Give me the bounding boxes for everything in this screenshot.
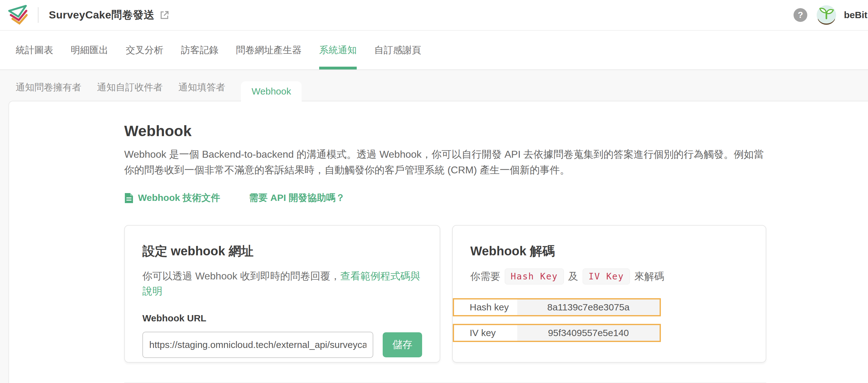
decode-card-heading: Webhook 解碼 <box>470 243 766 260</box>
save-button[interactable]: 儲存 <box>383 332 422 357</box>
topbar-divider <box>38 7 38 23</box>
nav-item-system-notify[interactable]: 系統通知 <box>319 31 357 69</box>
nav-item-stats[interactable]: 統計圖表 <box>16 31 53 69</box>
hash-key-value: 8a1139c7e8e3075a <box>517 299 660 315</box>
subtab-webhook[interactable]: Webhook <box>241 82 302 101</box>
topbar: SurveyCake問卷發送 ? beBit <box>0 0 868 31</box>
document-icon <box>124 192 134 204</box>
iv-key-chip: IV Key <box>583 268 630 284</box>
cards-row: 設定 webhook 網址 你可以透過 Webhook 收到即時的問卷回覆，查看… <box>124 225 868 363</box>
subtab-notify-respondent[interactable]: 通知填答者 <box>178 81 225 101</box>
surveycake-logo-icon[interactable] <box>7 3 28 27</box>
hash-key-chip: Hash Key <box>505 268 564 284</box>
external-link-icon[interactable] <box>160 10 169 20</box>
links-row: Webhook 技術文件 需要 API 開發協助嗎？ <box>124 191 868 204</box>
api-help-link-label: 需要 API 開發協助嗎？ <box>249 191 345 204</box>
iv-key-row: IV key 95f3409557e5e140 <box>453 324 661 342</box>
hash-key-row: Hash key 8a1139c7e8e3075a <box>453 298 661 316</box>
api-help-link[interactable]: 需要 API 開發協助嗎？ <box>249 191 345 204</box>
webhook-doc-link[interactable]: Webhook 技術文件 <box>124 191 220 204</box>
url-card-description: 你可以透過 Webhook 收到即時的問卷回覆，查看範例程式碼與說明 <box>143 268 422 298</box>
subtab-notify-custom-recipient[interactable]: 通知自訂收件者 <box>97 81 163 101</box>
url-input-row: 儲存 <box>143 332 422 358</box>
webhook-panel: Webhook Webhook 是一個 Backend-to-backend 的… <box>8 101 868 383</box>
nav-item-export[interactable]: 明細匯出 <box>71 31 108 69</box>
url-card-description-text: 你可以透過 Webhook 收到即時的問卷回覆， <box>143 270 340 282</box>
nav-item-thankyou-page[interactable]: 自訂感謝頁 <box>374 31 421 69</box>
user-name[interactable]: beBit <box>844 10 867 20</box>
avatar[interactable] <box>817 5 836 25</box>
help-icon[interactable]: ? <box>794 8 807 22</box>
decode-desc-suffix: 來解碼 <box>634 270 664 284</box>
iv-key-value: 95f3409557e5e140 <box>517 325 660 341</box>
webhook-decode-card: Webhook 解碼 你需要 Hash Key 及 IV Key 來解碼 Has… <box>452 225 766 363</box>
survey-title: SurveyCake問卷發送 <box>49 8 155 22</box>
page-title: Webhook <box>124 122 868 139</box>
webhook-url-card: 設定 webhook 網址 你可以透過 Webhook 收到即時的問卷回覆，查看… <box>124 225 440 363</box>
webhook-doc-link-label: Webhook 技術文件 <box>138 191 220 204</box>
nav-item-url-generator[interactable]: 問卷網址產生器 <box>236 31 302 69</box>
iv-key-label: IV key <box>454 325 517 341</box>
decode-desc-mid: 及 <box>568 270 578 284</box>
decode-desc-prefix: 你需要 <box>470 270 500 284</box>
page-description: Webhook 是一個 Backend-to-backend 的溝通模式。透過 … <box>124 147 766 178</box>
page-body: 通知問卷擁有者 通知自訂收件者 通知填答者 Webhook Webhook We… <box>0 71 868 383</box>
webhook-url-label: Webhook URL <box>143 313 422 324</box>
subtab-row: 通知問卷擁有者 通知自訂收件者 通知填答者 Webhook <box>0 71 868 101</box>
nav-item-visitor-log[interactable]: 訪客記錄 <box>181 31 218 69</box>
main-nav: 統計圖表 明細匯出 交叉分析 訪客記錄 問卷網址產生器 系統通知 自訂感謝頁 <box>0 31 868 70</box>
nav-item-cross-analysis[interactable]: 交叉分析 <box>126 31 163 69</box>
url-card-heading: 設定 webhook 網址 <box>143 243 422 260</box>
webhook-url-input[interactable] <box>143 332 373 358</box>
key-rows: Hash key 8a1139c7e8e3075a IV key 95f3409… <box>453 298 766 342</box>
decode-card-description: 你需要 Hash Key 及 IV Key 來解碼 <box>470 268 766 284</box>
hash-key-label: Hash key <box>454 299 517 315</box>
subtab-notify-owner[interactable]: 通知問卷擁有者 <box>16 81 81 101</box>
